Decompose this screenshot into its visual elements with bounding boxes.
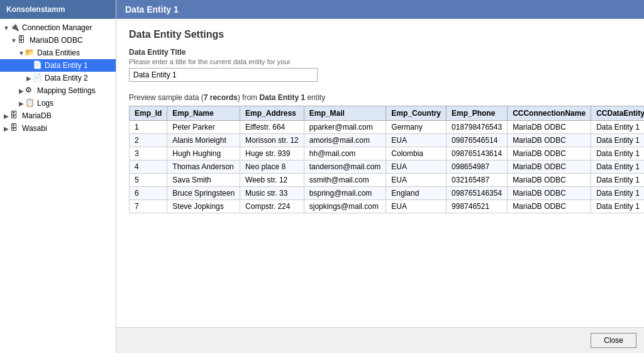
sidebar-item-label: Wasabi [22,124,47,133]
table-cell-r0-c4: Germany [386,121,447,134]
table-cell-r0-c7: Data Entity 1 [591,121,644,134]
table-cell-r3-c1: Thomas Anderson [167,160,240,174]
table-cell-r3-c6: MariaDB ODBC [508,160,591,174]
form-row: Data Entity Title Please enter a title f… [129,48,631,82]
table-cell-r6-c2: Compstr. 224 [240,200,304,213]
table-cell-r5-c6: MariaDB ODBC [508,187,591,200]
table-cell-r0-c0: 1 [130,121,167,134]
logs-icon: 📋 [25,98,35,108]
table-row: 7Steve JopkingsCompstr. 224sjopkings@mai… [130,200,645,213]
table-cell-r1-c2: Morisson str. 12 [240,134,304,147]
form-input-row [129,68,631,82]
section-title: Data Entity Settings [129,29,631,40]
data-table: Emp_IdEmp_NameEmp_AddressEmp_MailEmp_Cou… [129,106,644,213]
sidebar-item-logs[interactable]: ▶📋Logs [0,97,116,109]
db-icon: 🗄 [18,35,28,45]
expand-icon[interactable]: ▶ [3,125,10,132]
main-header-title: Data Entity 1 [125,4,179,14]
column-header-emp_address: Emp_Address [240,106,304,121]
sidebar-title: Konsolenstamm [0,0,116,19]
folder-icon: 📂 [25,48,35,58]
expand-icon[interactable]: ▼ [3,25,10,31]
form-label: Data Entity Title [129,48,631,57]
table-cell-r0-c6: MariaDB ODBC [508,121,591,134]
mapping-icon: ⚙ [25,86,35,96]
sidebar-item-label: Data Entity 1 [45,61,88,70]
column-header-emp_name: Emp_Name [167,106,240,121]
expand-icon[interactable]: ▶ [3,113,10,120]
sidebar-item-label: Mapping Settings [37,86,96,95]
sidebar-item-label: MariaDB ODBC [30,36,83,45]
close-button[interactable]: Close [591,333,636,348]
entity-title-input[interactable] [129,68,318,82]
table-cell-r0-c1: Peter Parker [167,121,240,134]
table-cell-r4-c1: Sava Smith [167,174,240,187]
db-icon: 🗄 [10,111,20,121]
table-cell-r4-c7: Data Entity 1 [591,174,644,187]
main-panel: Data Entity 1 Data Entity Settings Data … [116,0,644,353]
sidebar-item-label: MariaDB [22,111,52,120]
sidebar: Konsolenstamm ▼🔌Connection Manager▼🗄Mari… [0,0,116,353]
sidebar-item-connection-manager[interactable]: ▼🔌Connection Manager [0,21,116,34]
column-header-emp_phone: Emp_Phone [447,106,508,121]
table-cell-r2-c6: MariaDB ODBC [508,147,591,160]
main-header: Data Entity 1 [116,0,644,19]
table-cell-r0-c5: 018798476543 [447,121,508,134]
table-row: 6Bruce SpringsteenMusic str. 33bspring@m… [130,187,645,200]
sidebar-item-mapping-settings[interactable]: ▶⚙Mapping Settings [0,84,116,97]
table-cell-r4-c0: 5 [130,174,167,187]
expand-icon[interactable]: ▶ [18,87,25,94]
table-row: 5Sava SmithWeeb str. 12ssmith@mail.comEU… [130,174,645,187]
conn-icon: 🔌 [10,23,20,33]
sidebar-item-label: Data Entity 2 [45,74,88,82]
table-cell-r6-c5: 998746521 [447,200,508,213]
table-cell-r6-c0: 7 [130,200,167,213]
table-cell-r2-c4: Colombia [386,147,447,160]
table-cell-r6-c1: Steve Jopkings [167,200,240,213]
table-cell-r1-c6: MariaDB ODBC [508,134,591,147]
sidebar-item-wasabi[interactable]: ▶🗄Wasabi [0,122,116,135]
main-content: Data Entity Settings Data Entity Title P… [116,19,644,327]
table-row: 1Peter ParkerEiffestr. 664pparker@mail.c… [130,121,645,134]
sidebar-item-data-entities[interactable]: ▼📂Data Entities [0,47,116,59]
table-row: 4Thomas AndersonNeo place 8tanderson@mai… [130,160,645,174]
sidebar-item-mariadb-odbc[interactable]: ▼🗄MariaDB ODBC [0,34,116,47]
sidebar-item-data-entity-1[interactable]: 📄Data Entity 1 [0,59,116,72]
table-cell-r3-c2: Neo place 8 [240,160,304,174]
table-cell-r5-c2: Music str. 33 [240,187,304,200]
table-cell-r6-c4: EUA [386,200,447,213]
column-header-emp_id: Emp_Id [130,106,167,121]
sidebar-item-label: Connection Manager [22,23,92,32]
expand-icon[interactable]: ▶ [18,100,25,107]
sidebar-item-data-entity-2[interactable]: ▶📄Data Entity 2 [0,72,116,84]
table-cell-r2-c2: Huge str. 939 [240,147,304,160]
table-cell-r2-c3: hh@mail.com [304,147,386,160]
sidebar-item-label: Logs [37,99,53,108]
entity-icon: 📄 [33,73,43,83]
table-cell-r3-c4: EUA [386,160,447,174]
table-cell-r5-c4: England [386,187,447,200]
table-cell-r4-c6: MariaDB ODBC [508,174,591,187]
sidebar-item-mariadb[interactable]: ▶🗄MariaDB [0,109,116,122]
expand-icon[interactable]: ▼ [18,50,25,57]
preview-text: Preview sample data (7 records) from Dat… [129,93,631,102]
column-header-ccdataentityname: CCDataEntityName [591,106,644,121]
table-cell-r5-c3: bspring@mail.com [304,187,386,200]
table-cell-r5-c1: Bruce Springsteen [167,187,240,200]
footer: Close [116,327,644,353]
expand-icon[interactable]: ▼ [10,37,18,44]
form-sublabel: Please enter a title for the current dat… [129,58,631,65]
table-cell-r0-c3: pparker@mail.com [304,121,386,134]
table-cell-r3-c7: Data Entity 1 [591,160,644,174]
table-cell-r1-c7: Data Entity 1 [591,134,644,147]
tree-root: ▼🔌Connection Manager▼🗄MariaDB ODBC▼📂Data… [0,19,116,137]
table-row: 3Hugh HughingHuge str. 939hh@mail.comCol… [130,147,645,160]
table-cell-r3-c5: 098654987 [447,160,508,174]
table-cell-r1-c5: 09876546514 [447,134,508,147]
table-cell-r5-c7: Data Entity 1 [591,187,644,200]
expand-icon[interactable]: ▶ [25,75,33,82]
table-cell-r3-c0: 4 [130,160,167,174]
table-cell-r6-c7: Data Entity 1 [591,200,644,213]
table-cell-r5-c5: 098765146354 [447,187,508,200]
sidebar-item-label: Data Entities [37,48,80,57]
